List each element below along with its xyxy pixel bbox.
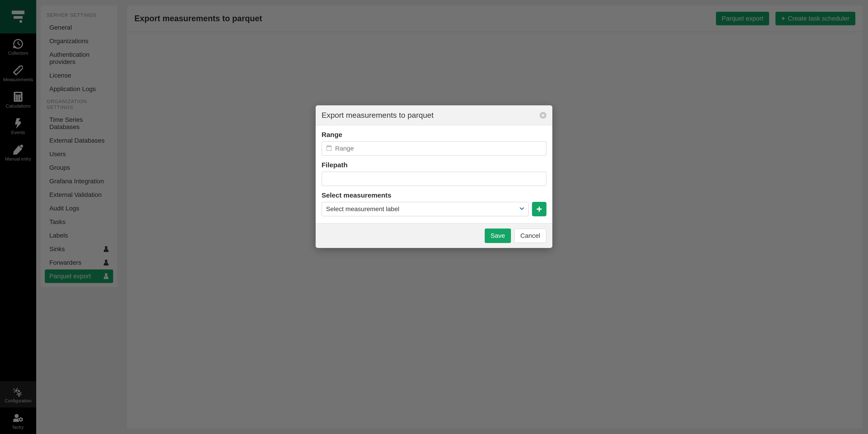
measurement-select[interactable]: Select measurement label (321, 202, 529, 216)
modal-footer: Save Cancel (316, 223, 552, 248)
modal-header: Export measurements to parquet (316, 105, 552, 126)
close-icon (541, 113, 545, 117)
form-row-range: Range (321, 131, 547, 156)
range-label: Range (321, 131, 547, 139)
chevron-down-icon (519, 205, 524, 213)
plus-icon (536, 206, 542, 212)
filepath-input-wrapper[interactable] (321, 172, 547, 186)
form-row-filepath: Filepath (321, 161, 547, 186)
range-input-wrapper[interactable] (321, 141, 547, 156)
select-placeholder: Select measurement label (326, 205, 399, 213)
modal-body: Range Filepath Select measurements (316, 126, 552, 223)
select-measurements-label: Select measurements (321, 192, 547, 199)
form-row-select-measurements: Select measurements Select measurement l… (321, 192, 547, 216)
add-measurement-button[interactable] (532, 202, 547, 216)
modal-overlay[interactable]: Export measurements to parquet Range Fil… (0, 0, 868, 434)
cancel-button[interactable]: Cancel (514, 229, 547, 243)
filepath-label: Filepath (321, 161, 547, 169)
save-button[interactable]: Save (485, 229, 511, 243)
modal-title: Export measurements to parquet (321, 111, 434, 120)
filepath-input[interactable] (326, 175, 542, 182)
modal-close-button[interactable] (540, 112, 547, 119)
export-modal: Export measurements to parquet Range Fil… (316, 105, 552, 248)
range-input[interactable] (335, 145, 542, 152)
calendar-icon (326, 145, 332, 152)
